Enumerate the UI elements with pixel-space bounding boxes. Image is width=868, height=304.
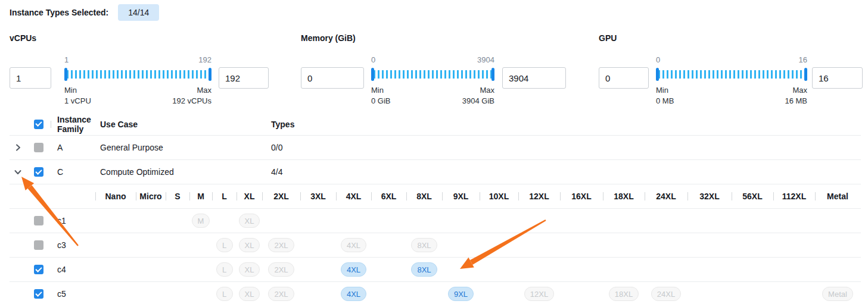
row-checkbox[interactable] (34, 167, 43, 177)
family-row-c: C Compute Optimized 4/4 (10, 160, 861, 184)
filter-title: GPU (599, 33, 863, 43)
slider-max-handle[interactable] (491, 68, 494, 81)
instance-family-column-header: Instance Family (51, 115, 94, 134)
size-column-header: 56XL (732, 184, 773, 208)
size-pill[interactable]: L (216, 287, 233, 301)
min-detail: 0 GiB (371, 96, 391, 106)
row-checkbox[interactable] (34, 240, 43, 250)
size-column-header: Nano (95, 184, 136, 208)
vcpus-range-slider[interactable] (64, 67, 211, 82)
slider-range-max-label: 16 (799, 56, 807, 64)
size-column-header: 12XL (518, 184, 560, 208)
slider-ticks (658, 70, 805, 79)
gpu-max-input[interactable] (812, 67, 863, 89)
size-pill[interactable]: 8XL (411, 238, 437, 252)
size-column-header: 3XL (300, 184, 336, 208)
size-column-header: 32XL (687, 184, 732, 208)
gpu-min-input[interactable] (599, 67, 649, 89)
size-pill[interactable]: XL (239, 214, 260, 228)
slider-min-handle[interactable] (64, 68, 67, 81)
size-pill[interactable]: 9XL (448, 287, 474, 301)
size-pill[interactable]: XL (239, 262, 260, 277)
slider-range-max-label: 3904 (477, 56, 494, 64)
size-column-header: 24XL (645, 184, 687, 208)
selection-summary: Instance Types Selected: 14/14 (10, 4, 868, 21)
memory-min-input[interactable] (301, 67, 364, 89)
types-count: 0/0 (265, 143, 861, 152)
row-checkbox[interactable] (34, 143, 43, 152)
size-pill[interactable]: XL (239, 238, 260, 252)
instance-types-table: Instance Family Use Case Types A General… (10, 113, 861, 304)
min-caption: Min (656, 86, 668, 95)
size-column-header: 18XL (603, 184, 645, 208)
size-pill[interactable]: 2XL (268, 238, 294, 252)
row-checkbox[interactable] (34, 265, 43, 274)
size-column-header: 9XL (442, 184, 480, 208)
size-column-header: 112XL (773, 184, 815, 208)
instance-row-c5: c5LXL2XL4XL9XL12XL18XL24XLMetal (10, 282, 861, 304)
slider-range-min-label: 0 (656, 56, 660, 64)
min-detail: 0 MB (656, 96, 674, 106)
size-column-header: 6XL (371, 184, 406, 208)
types-count: 4/4 (265, 167, 861, 177)
size-pill[interactable]: XL (239, 287, 260, 301)
size-pill[interactable]: 8XL (411, 262, 437, 277)
slider-min-handle[interactable] (371, 68, 374, 81)
slider-ticks (374, 70, 492, 79)
max-detail: 192 vCPUs (172, 96, 211, 106)
vcpus-max-input[interactable] (219, 67, 269, 89)
use-case-value: General Purpose (94, 143, 265, 152)
selected-count-badge: 14/14 (118, 4, 159, 21)
size-column-header: 16XL (560, 184, 603, 208)
max-caption: Max (480, 86, 494, 95)
min-caption: Min (64, 86, 77, 95)
types-column-header: Types (265, 120, 861, 129)
size-pill[interactable]: 4XL (341, 287, 366, 301)
size-pill[interactable]: 12XL (524, 287, 554, 301)
gpu-range-slider[interactable] (656, 67, 807, 82)
size-pill[interactable]: L (216, 238, 233, 252)
size-column-header: M (189, 184, 212, 208)
vcpus-min-input[interactable] (10, 67, 51, 89)
size-pill[interactable]: 24XL (651, 287, 681, 301)
memory-range-slider[interactable] (371, 67, 494, 82)
slider-max-handle[interactable] (209, 68, 211, 81)
filter-title: Memory (GiB) (301, 33, 566, 43)
size-header-row: NanoMicroSMLXL2XL3XL4XL6XL8XL9XL10XL12XL… (10, 184, 861, 209)
size-header-cells: NanoMicroSMLXL2XL3XL4XL6XL8XL9XL10XL12XL… (95, 184, 860, 208)
expand-chevron-right-icon[interactable] (13, 143, 23, 152)
instance-family-name: C (51, 167, 94, 177)
size-pill[interactable]: 18XL (609, 287, 639, 301)
slider-max-handle[interactable] (804, 68, 807, 81)
size-pill[interactable]: M (192, 214, 210, 228)
size-pill[interactable]: 2XL (268, 262, 294, 277)
min-detail: 1 vCPU (64, 96, 91, 106)
instance-family-name: A (51, 143, 94, 152)
size-pill[interactable]: L (216, 262, 233, 277)
max-caption: Max (792, 86, 807, 95)
size-column-header: 4XL (336, 184, 371, 208)
size-pill[interactable]: 4XL (341, 262, 366, 277)
size-column-header: 8XL (406, 184, 442, 208)
slider-range-max-label: 192 (198, 56, 211, 64)
collapse-chevron-down-icon[interactable] (13, 167, 23, 177)
size-column-header: Metal (815, 184, 860, 208)
filters-row: vCPUs 1 192 Min Max 1 vCPU (0, 33, 868, 111)
instance-row-c3: c3LXL2XL4XL8XL (10, 233, 861, 258)
instance-types-selected-label: Instance Types Selected: (10, 8, 108, 17)
instance-family-name: c4 (51, 265, 95, 274)
family-row-a: A General Purpose 0/0 (10, 136, 861, 160)
memory-max-input[interactable] (502, 67, 566, 89)
table-header-row: Instance Family Use Case Types (10, 113, 861, 136)
slider-min-handle[interactable] (656, 68, 659, 81)
row-checkbox[interactable] (34, 289, 43, 299)
instance-rows: c1MXLc3LXL2XL4XL8XLc4LXL2XL4XL8XLc5LXL2X… (10, 209, 861, 304)
size-column-header: XL (237, 184, 262, 208)
size-column-header: 10XL (480, 184, 518, 208)
filter-memory: Memory (GiB) 0 3904 Min Max 0 GiB (301, 33, 566, 106)
size-pill[interactable]: 2XL (268, 287, 294, 301)
select-all-checkbox[interactable] (34, 120, 43, 129)
size-pill[interactable]: Metal (822, 287, 853, 301)
row-checkbox[interactable] (34, 216, 43, 225)
size-pill[interactable]: 4XL (341, 238, 366, 252)
